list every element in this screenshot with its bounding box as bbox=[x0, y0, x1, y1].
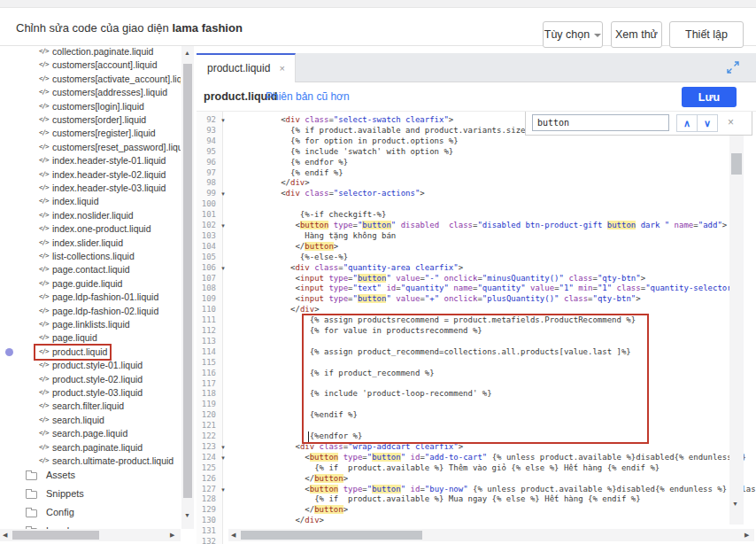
tree-item-product.style-02.liquid[interactable]: </>product.style-02.liquid bbox=[0, 373, 181, 386]
tree-item-page.linklists.liquid[interactable]: </>page.linklists.liquid bbox=[0, 318, 181, 331]
search-input[interactable] bbox=[532, 114, 669, 131]
tree-folder-config[interactable]: Config bbox=[0, 506, 181, 524]
save-button[interactable]: Lưu bbox=[682, 87, 737, 107]
tree-item-index.header-style-02.liquid[interactable]: </>index.header-style-02.liquid bbox=[0, 168, 181, 182]
tree-item-customers[account].liquid[interactable]: </>customers[account].liquid bbox=[0, 58, 181, 72]
tree-item-product.style-01.liquid[interactable]: </>product.style-01.liquid bbox=[0, 359, 181, 372]
code-line-105[interactable]: {%-else-%} bbox=[224, 253, 756, 263]
code-line-111[interactable]: {% assign productsrecommend = product.me… bbox=[224, 315, 756, 326]
editor-horizontal-scrollbar-thumb[interactable] bbox=[241, 531, 422, 540]
code-line-94[interactable]: {% for option in product.options %} bbox=[224, 136, 756, 147]
editor-vertical-scrollbar-thumb[interactable] bbox=[731, 153, 742, 175]
options-button[interactable]: Tùy chọn bbox=[543, 21, 603, 48]
tree-item-index.header-style-03.liquid[interactable]: </>index.header-style-03.liquid bbox=[0, 182, 181, 195]
code-line-114[interactable]: {% assign product_recommend=collections.… bbox=[224, 347, 756, 358]
tree-item-collection.paginate.liquid[interactable]: </>collection.paginate.liquid bbox=[0, 46, 181, 58]
editor-scroll-right-icon[interactable]: ▶ bbox=[744, 532, 749, 538]
code-line-103[interactable]: Hàng tặng không bán bbox=[224, 231, 756, 242]
tree-item-page.ldp-fashion-02.liquid[interactable]: </>page.ldp-fashion-02.liquid bbox=[0, 305, 181, 318]
tree-item-index.slider.liquid[interactable]: </>index.slider.liquid bbox=[0, 237, 181, 250]
search-close-icon[interactable]: × bbox=[728, 116, 734, 128]
code-line-122[interactable]: {%endfor %} bbox=[224, 431, 756, 442]
old-version-link[interactable]: Phiên bản cũ hơn bbox=[266, 90, 350, 103]
tree-item-index.liquid[interactable]: </>index.liquid bbox=[0, 195, 181, 208]
tree-item-page.guide.liquid[interactable]: </>page.guide.liquid bbox=[0, 277, 181, 291]
editor-scroll-down-icon[interactable]: ▼ bbox=[732, 501, 738, 507]
code-line-98[interactable]: </div> bbox=[224, 178, 756, 189]
code-line-109[interactable]: <input type="button" value="+" onclick="… bbox=[224, 294, 756, 305]
tree-item-label: index.one-product.liquid bbox=[52, 223, 151, 234]
tree-scroll-up-icon[interactable]: ▲ bbox=[184, 50, 190, 56]
code-editor[interactable]: 92▾ <div class="select-swatch clearfix">… bbox=[197, 112, 756, 544]
tree-item-search.page.liquid[interactable]: </>search.page.liquid bbox=[0, 427, 181, 440]
code-line-123[interactable]: <div class="wrap-addcart clearfix"> bbox=[224, 442, 756, 453]
code-line-95[interactable]: {% include 'swatch' with option %} bbox=[224, 147, 756, 158]
code-line-104[interactable]: </button> bbox=[224, 242, 756, 253]
tree-vertical-scrollbar-thumb[interactable] bbox=[183, 64, 192, 498]
tree-folder-snippets[interactable]: Snippets bbox=[0, 487, 181, 505]
tree-item-search.ultimate-product.liquid[interactable]: </>search.ultimate-product.liquid bbox=[0, 455, 181, 468]
tree-item-page.ldp-fashion-01.liquid[interactable]: </>page.ldp-fashion-01.liquid bbox=[0, 291, 181, 304]
search-next-button[interactable]: ∨ bbox=[697, 114, 718, 132]
code-line-115[interactable] bbox=[224, 358, 756, 369]
code-line-128[interactable]: {% if product.available %} Mua ngay {% e… bbox=[224, 494, 756, 505]
tree-item-page.liquid[interactable]: </>page.liquid bbox=[0, 331, 181, 345]
tree-scroll-left-icon[interactable]: ◀ bbox=[3, 532, 7, 538]
tree-item-search.paginate.liquid[interactable]: </>search.paginate.liquid bbox=[0, 441, 181, 455]
code-line-101[interactable]: {%-if checkgift-%} bbox=[224, 210, 756, 221]
line-number: 100 bbox=[197, 199, 223, 210]
code-line-99[interactable]: <div class="selector-actions"> bbox=[224, 189, 756, 199]
tree-item-index.noslider.liquid[interactable]: </>index.noslider.liquid bbox=[0, 209, 181, 222]
code-line-116[interactable]: {% if product_recommend %} bbox=[224, 369, 756, 379]
tree-item-search.filter.liquid[interactable]: </>search.filter.liquid bbox=[0, 400, 181, 413]
tree-item-customers[activate_account].liquid[interactable]: </>customers[activate_account].liquid bbox=[0, 73, 181, 86]
tree-item-index.header-style-01.liquid[interactable]: </>index.header-style-01.liquid bbox=[0, 154, 181, 167]
code-line-125[interactable]: {% if product.available %} Thêm vào giỏ … bbox=[224, 463, 756, 474]
line-number: 108 bbox=[197, 284, 223, 294]
tree-item-search.liquid[interactable]: </>search.liquid bbox=[0, 414, 181, 427]
code-line-127[interactable]: <button type="button" id="buy-now" {% un… bbox=[224, 485, 756, 495]
tree-horizontal-scrollbar-thumb[interactable] bbox=[12, 531, 99, 540]
code-line-119[interactable] bbox=[224, 400, 756, 410]
search-match-highlight: button bbox=[358, 294, 387, 303]
tree-scroll-down-icon[interactable]: ▼ bbox=[184, 512, 190, 518]
code-line-126[interactable]: </button> bbox=[224, 474, 756, 485]
code-line-108[interactable]: <input type="text" id="quantity" name="q… bbox=[224, 284, 756, 294]
tree-item-customers[login].liquid[interactable]: </>customers[login].liquid bbox=[0, 100, 181, 113]
tree-folder-assets[interactable]: Assets bbox=[0, 469, 181, 486]
code-line-112[interactable]: {% for value in productsrecommend %} bbox=[224, 326, 756, 337]
tree-item-customers[order].liquid[interactable]: </>customers[order].liquid bbox=[0, 113, 181, 127]
code-line-102[interactable]: <button type="button" disabled class="di… bbox=[224, 221, 756, 231]
code-line-107[interactable]: <input type="button" value="-" onclick="… bbox=[224, 274, 756, 284]
code-line-96[interactable]: {% endfor %} bbox=[224, 158, 756, 168]
code-line-120[interactable]: {%endif %} bbox=[224, 410, 756, 421]
preview-button[interactable]: Xem thử bbox=[611, 21, 662, 48]
code-line-106[interactable]: <div class="quantity-area clearfix"> bbox=[224, 263, 756, 274]
code-line-97[interactable]: {% endif %} bbox=[224, 168, 756, 179]
code-line-110[interactable]: </div> bbox=[224, 305, 756, 315]
code-line-113[interactable] bbox=[224, 337, 756, 347]
tree-item-customers[addresses].liquid[interactable]: </>customers[addresses].liquid bbox=[0, 86, 181, 99]
code-line-100[interactable] bbox=[224, 199, 756, 210]
tree-scroll-right-icon[interactable]: ▶ bbox=[170, 532, 174, 538]
code-line-121[interactable] bbox=[224, 421, 756, 431]
tab-product-liquid[interactable]: product.liquid× bbox=[197, 53, 296, 82]
editor-scroll-left-icon[interactable]: ◀ bbox=[231, 532, 235, 538]
tab-close-icon[interactable]: × bbox=[279, 63, 284, 74]
code-line-117[interactable] bbox=[224, 379, 756, 390]
tree-item-customers[reset_password].liquid[interactable]: </>customers[reset_password].liquid bbox=[0, 141, 181, 154]
tree-item-product.style-03.liquid[interactable]: </>product.style-03.liquid bbox=[0, 386, 181, 400]
tree-item-customers[register].liquid[interactable]: </>customers[register].liquid bbox=[0, 127, 181, 140]
code-line-124[interactable]: <button type="button" id="add-to-cart" {… bbox=[224, 453, 756, 463]
search-prev-button[interactable]: ∧ bbox=[676, 114, 698, 132]
code-line-129[interactable]: </button> bbox=[224, 505, 756, 516]
tree-item-page.contact.liquid[interactable]: </>page.contact.liquid bbox=[0, 263, 181, 276]
theme-settings-button[interactable]: Thiết lập theme bbox=[669, 21, 744, 48]
tree-item-product.liquid[interactable]: </>product.liquid bbox=[0, 346, 181, 359]
tree-item-list-collections.liquid[interactable]: </>list-collections.liquid bbox=[0, 250, 181, 263]
code-line-118[interactable]: {% include 'product-loop-recommend' %} bbox=[224, 389, 756, 400]
code-line-130[interactable]: </div> bbox=[224, 516, 756, 526]
tree-item-index.one-product.liquid[interactable]: </>index.one-product.liquid bbox=[0, 222, 181, 236]
expand-icon[interactable] bbox=[726, 60, 740, 74]
line-number: 114 bbox=[197, 347, 223, 358]
